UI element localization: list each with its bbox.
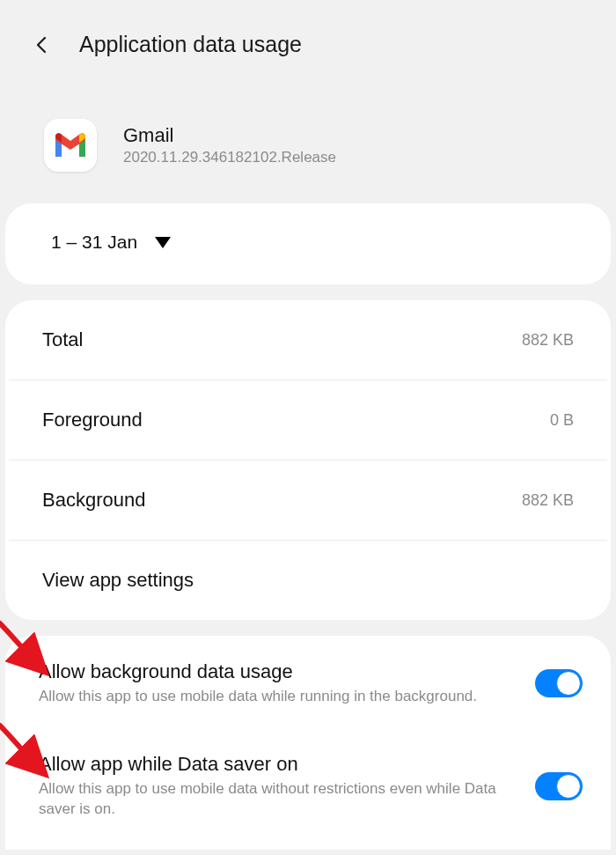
allow-data-saver-title: Allow app while Data saver on xyxy=(39,753,517,776)
allow-data-saver-desc: Allow this app to use mobile data withou… xyxy=(39,779,517,820)
app-meta: Gmail 2020.11.29.346182102.Release xyxy=(123,124,336,166)
allow-background-title: Allow background data usage xyxy=(39,660,517,683)
gmail-icon xyxy=(54,132,87,158)
app-version: 2020.11.29.346182102.Release xyxy=(123,149,336,166)
app-info-row: Gmail 2020.11.29.346182102.Release xyxy=(0,75,616,198)
usage-background-row: Background 882 KB xyxy=(9,461,607,541)
allow-data-saver-switch[interactable] xyxy=(535,772,583,800)
app-icon xyxy=(44,119,97,172)
usage-foreground-value: 0 B xyxy=(550,411,574,430)
app-name: Gmail xyxy=(123,124,336,147)
allow-data-saver-toggle-row[interactable]: Allow app while Data saver on Allow this… xyxy=(5,728,611,841)
allow-data-saver-text: Allow app while Data saver on Allow this… xyxy=(39,753,517,820)
view-app-settings-row[interactable]: View app settings xyxy=(9,541,607,620)
back-button[interactable] xyxy=(32,34,53,55)
usage-total-row: Total 882 KB xyxy=(9,300,607,380)
chevron-left-icon xyxy=(33,36,51,54)
allow-background-toggle-row[interactable]: Allow background data usage Allow this a… xyxy=(5,636,611,728)
date-range-picker[interactable]: 1 – 31 Jan xyxy=(51,232,565,253)
allow-background-text: Allow background data usage Allow this a… xyxy=(39,660,517,707)
usage-background-label: Background xyxy=(42,489,145,512)
permissions-card: Allow background data usage Allow this a… xyxy=(5,636,611,850)
page-title: Application data usage xyxy=(79,32,302,57)
usage-background-value: 882 KB xyxy=(522,491,574,510)
view-app-settings-label: View app settings xyxy=(42,569,194,592)
usage-total-label: Total xyxy=(42,328,83,351)
date-range-label: 1 – 31 Jan xyxy=(51,232,137,253)
date-range-card: 1 – 31 Jan xyxy=(5,203,611,284)
chevron-down-icon xyxy=(155,237,171,248)
usage-card: Total 882 KB Foreground 0 B Background 8… xyxy=(5,300,611,620)
usage-total-value: 882 KB xyxy=(522,331,574,350)
page-header: Application data usage xyxy=(0,0,616,75)
allow-background-switch[interactable] xyxy=(535,669,583,697)
allow-background-desc: Allow this app to use mobile data while … xyxy=(39,687,517,707)
switch-knob xyxy=(556,774,581,799)
usage-foreground-row: Foreground 0 B xyxy=(9,380,607,461)
usage-foreground-label: Foreground xyxy=(42,409,143,431)
switch-knob xyxy=(556,671,581,696)
